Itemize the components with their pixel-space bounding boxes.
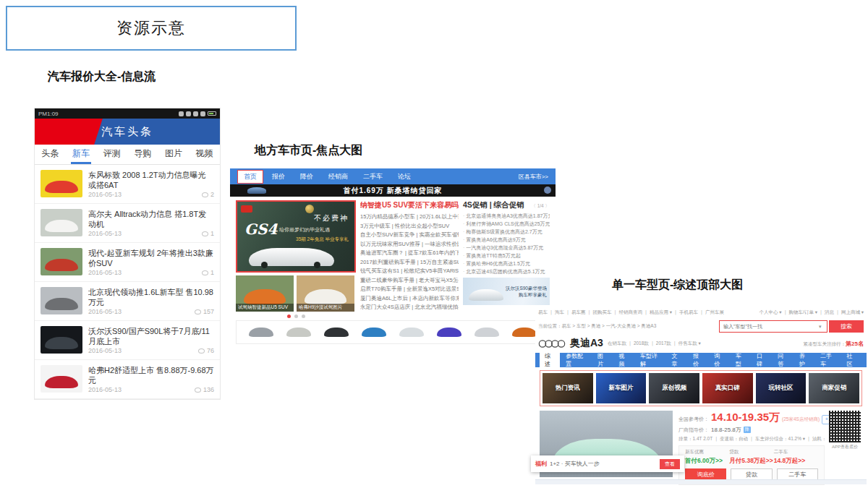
- price-drop-badge[interactable]: 降: [744, 427, 751, 433]
- search-button[interactable]: 搜索: [829, 320, 864, 333]
- focus-thumb[interactable]: 试驾纳智捷新品U5 SUV: [236, 275, 294, 312]
- promo-item[interactable]: 北京迈速4S店团购优惠高达5.1万元: [463, 267, 550, 275]
- app-tab[interactable]: 新车: [71, 145, 91, 164]
- utility-links-right[interactable]: 个人中心 ▾ ｜ 购物车/订单 ▾ ｜ 消息 ｜ 网上商城 ▾: [760, 309, 864, 316]
- nav-tab[interactable]: 经销商: [322, 170, 354, 184]
- list-item[interactable]: 北京现代领动推1.6L新车型 售10.98万元 2016-05-13 157: [35, 282, 220, 321]
- model-tab[interactable]: 图片: [592, 350, 613, 370]
- app-tab[interactable]: 图片: [163, 145, 184, 164]
- promo-ad-banner[interactable]: 沃尔沃S90豪华登场 购车即享豪礼: [463, 278, 550, 305]
- list-item[interactable]: 现代-起亚新车规划 2年将推出3款廉价SUV 2016-05-13 1: [35, 243, 220, 282]
- list-item[interactable]: 哈弗H2舒适型上市 售8.88万-9.68万元 2016-05-13 136: [35, 360, 220, 399]
- model-tab[interactable]: 综述: [540, 350, 560, 370]
- model-tab[interactable]: 社区: [842, 350, 862, 370]
- model-tab[interactable]: 报价: [688, 350, 708, 370]
- offer-column[interactable]: 新车优惠 首付6.00万>>: [685, 449, 729, 466]
- feature-card[interactable]: 玩转社区: [756, 373, 807, 403]
- model-tab[interactable]: 养护: [794, 350, 814, 370]
- carousel-dot[interactable]: [294, 314, 298, 318]
- offer-value[interactable]: 月付5.38万起>>: [729, 457, 773, 466]
- article-title[interactable]: 哈弗H2舒适型上市 售8.88万-9.68万元: [88, 365, 214, 385]
- nav-tab[interactable]: 首页: [237, 170, 263, 184]
- article-title[interactable]: 现代-起亚新车规划 2年将推出3款廉价SUV: [88, 248, 214, 268]
- strip-car-thumb[interactable]: [475, 328, 499, 337]
- news-link-row[interactable]: 锐气买车这有S1 | 松散纪实V5丰田YARiS L: [360, 267, 459, 276]
- nav-tab[interactable]: 报价: [265, 170, 292, 184]
- nav-tab[interactable]: 论坛: [391, 170, 417, 184]
- model-rank[interactable]: 紧凑型车关注排行：第25名: [804, 340, 864, 348]
- focus-thumb[interactable]: 哈弗H9沙漠试驾图片: [297, 275, 354, 312]
- news-link-row[interactable]: 奥迪进军汽车圈？ | 提车7款车61年内的下落: [360, 249, 459, 258]
- top-ad-banner[interactable]: 首付1.69万 新桑塔纳贷回家: [230, 184, 556, 197]
- strip-car-thumb[interactable]: [249, 328, 273, 337]
- news-link-row[interactable]: 自主小型SUV新车竞争 | 实惠全款买车省钱经验: [360, 231, 459, 240]
- news-link-row[interactable]: 重磅二线豪华购车手册 | 老大哥宝马X5怎么办？: [360, 276, 459, 286]
- promo-item[interactable]: 北京远通博奥奥迪A3优惠高达1.87万元: [463, 212, 550, 220]
- list-item[interactable]: 沃尔沃S90/国产S90L将于7月底/11月底上市 2016-05-13 76: [35, 321, 220, 360]
- promo-item[interactable]: 利星行奔驰AMG CLS优惠高达25万元: [463, 220, 550, 228]
- promo-item[interactable]: 置换哈弗H6优惠高达1.5万元: [463, 260, 550, 267]
- article-title[interactable]: 高尔夫 Alltrack动力信息 搭1.8T发动机: [88, 209, 214, 229]
- app-tab[interactable]: 视频: [195, 145, 215, 164]
- strip-car-thumb[interactable]: [399, 328, 424, 337]
- news-link-row[interactable]: 3万元中级车 | 性价比出众超小型SUV: [360, 222, 459, 231]
- article-title[interactable]: 沃尔沃S90/国产S90L将于7月底/11月底上市: [88, 326, 214, 346]
- promo-item[interactable]: 置换奥迪TT特惠5万元起: [463, 252, 550, 260]
- breadcrumb[interactable]: 当前位置：易车 > 车型 > 奥迪 > 一汽-大众奥迪 > 奥迪A3: [538, 323, 656, 330]
- strip-car-thumb[interactable]: [437, 328, 461, 337]
- nav-tab[interactable]: 降价: [294, 170, 320, 184]
- focus-large-image-slot[interactable]: 不必费神 GS4 给你最梦幻的毕业礼遇 35期 2年免息 毕业专享礼: [236, 200, 356, 273]
- news-link-row[interactable]: 15万内精品德系小型车 | 20万1.6L以上中型SUV: [360, 213, 459, 222]
- district-market-link[interactable]: 区县车市>>: [519, 173, 548, 181]
- promo-item[interactable]: 一汽奥迪Q3优惠现金高达5.87万元: [463, 244, 550, 252]
- offer-value[interactable]: 首付6.00万>>: [685, 457, 729, 466]
- article-title[interactable]: 东风标致 2008 1.2T动力信息曝光 或搭6AT: [88, 170, 214, 190]
- model-years-links[interactable]: 在销车款 ｜ 2018款 ｜ 2017款 ｜ 停售车款 ▾: [608, 341, 701, 347]
- nav-tab[interactable]: 二手车: [357, 170, 389, 184]
- promo-pager[interactable]: 〈 1/4 〉: [531, 203, 550, 210]
- model-tab[interactable]: 车型: [731, 350, 751, 370]
- feature-card[interactable]: 原创视频: [649, 373, 699, 403]
- news-link-row[interactable]: 2017款列重磅购车手册 | 15万自主紧凑SUV推荐: [360, 258, 459, 267]
- offer-value[interactable]: 14.8万起>>: [774, 457, 818, 466]
- model-tab[interactable]: 车型详解: [635, 350, 666, 370]
- feature-card[interactable]: 新车图片: [596, 373, 647, 403]
- promo-item[interactable]: 梅赛德斯S级置换优惠高达2.7万元: [463, 228, 550, 236]
- app-tab[interactable]: 头条: [40, 145, 60, 164]
- list-item[interactable]: 高尔夫 Alltrack动力信息 搭1.8T发动机 2016-05-13 1: [35, 204, 220, 243]
- carousel-dot[interactable]: [302, 314, 305, 318]
- model-tab[interactable]: 问答: [773, 350, 793, 370]
- model-tab[interactable]: 二手车: [815, 350, 841, 370]
- promo-item[interactable]: 置换奥迪A6优惠高达9万元: [463, 236, 550, 244]
- banner-close-icon[interactable]: [544, 187, 551, 194]
- news-link-row[interactable]: 以万元玩味家用SUV推荐 | 一味追求性价比错了 要先懂: [360, 240, 459, 249]
- news-link-row[interactable]: 启辰T70购车手册 | 全新景逸X5对比远景SUV: [360, 285, 459, 294]
- carousel-dot[interactable]: [287, 314, 291, 318]
- news-link-row[interactable]: 厦门奥迪A6L上市后 | 本店内新款车等你来购: [360, 294, 459, 304]
- comment-number: 2: [210, 191, 214, 198]
- utility-links-left[interactable]: 易车 ｜ 淘车 ｜ 易车惠 ｜ 团购买车 ｜ 经销商查询 ｜ 精品应用 ▾ ｜ …: [538, 309, 724, 316]
- app-tab[interactable]: 评测: [102, 145, 122, 164]
- model-tab[interactable]: 口碑: [752, 350, 772, 370]
- list-item[interactable]: 东风标致 2008 1.2T动力信息曝光 或搭6AT 2016-05-13 2: [35, 165, 220, 204]
- feature-card[interactable]: 热门资讯: [542, 373, 593, 403]
- strip-car-thumb[interactable]: [512, 328, 537, 337]
- strip-car-thumb[interactable]: [286, 328, 311, 337]
- model-tab[interactable]: 参数配置: [561, 350, 592, 370]
- feature-card[interactable]: 真实口碑: [702, 373, 753, 403]
- strip-car-thumb[interactable]: [362, 328, 386, 337]
- model-tab[interactable]: 询价: [709, 350, 729, 370]
- model-tab[interactable]: 视频: [613, 350, 634, 370]
- strip-car-thumb[interactable]: [324, 328, 349, 337]
- offer-column[interactable]: 贷款 月付5.38万起>>: [729, 449, 773, 466]
- feature-card[interactable]: 商家促销: [809, 373, 859, 403]
- news-headline[interactable]: 纳智捷U5 SUV要活下来容易吗: [360, 200, 459, 210]
- app-tab[interactable]: 导购: [132, 145, 153, 164]
- offer-column[interactable]: 二手车 14.8万起>>: [774, 449, 818, 466]
- toast-view-button[interactable]: 查看: [660, 459, 680, 469]
- search-input[interactable]: [719, 320, 827, 333]
- news-link-row[interactable]: 永定门大众4S店店庆 | 北京北汽福瑞优拍卖交流: [360, 303, 459, 312]
- model-tab[interactable]: 文章: [667, 350, 687, 370]
- article-title[interactable]: 北京现代领动推1.6L新车型 售10.98万元: [88, 287, 214, 307]
- dealer-count-note[interactable]: (25家4S店经销商): [782, 416, 820, 423]
